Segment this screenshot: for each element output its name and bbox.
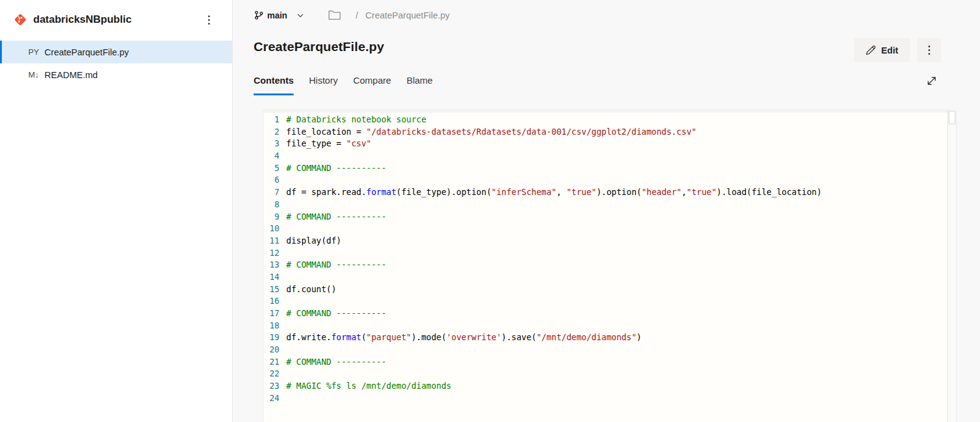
code-text: file_location = "/databricks-datasets/Rd…	[279, 126, 696, 138]
code-line: 17# COMMAND ----------	[263, 308, 956, 320]
code-text	[279, 320, 286, 332]
line-number: 7	[263, 186, 279, 199]
git-branch-icon	[254, 10, 264, 20]
code-line: 10	[263, 223, 956, 235]
vertical-scrollbar[interactable]	[947, 109, 956, 422]
python-file-icon: PY	[28, 47, 39, 57]
tab-contents[interactable]: Contents	[254, 75, 294, 95]
markdown-file-icon: M↓	[28, 70, 39, 79]
line-number: 22	[263, 368, 279, 380]
code-text	[279, 174, 286, 186]
line-number: 5	[263, 162, 279, 175]
code-text: df.write.format("parquet").mode('overwri…	[279, 332, 641, 344]
code-lines: 1# Databricks notebook source2file_locat…	[263, 113, 956, 405]
tab-history[interactable]: History	[309, 75, 338, 95]
code-text: # Databricks notebook source	[279, 114, 427, 126]
code-line: 16	[263, 295, 956, 308]
line-number: 23	[263, 380, 279, 392]
code-line: 20	[263, 344, 956, 356]
tab-compare[interactable]: Compare	[353, 75, 392, 95]
line-number: 1	[263, 114, 279, 126]
code-line: 8	[263, 199, 956, 211]
tabs: ContentsHistoryCompareBlame	[254, 75, 433, 95]
code-line: 4	[263, 150, 956, 162]
line-number: 13	[263, 259, 279, 271]
code-text	[279, 344, 286, 356]
code-line: 18	[263, 320, 956, 332]
code-line: 12	[263, 247, 956, 260]
code-text: file_type = "csv"	[279, 138, 371, 150]
line-number: 18	[263, 320, 279, 332]
code-line: 6	[263, 174, 956, 186]
pencil-icon	[866, 45, 876, 55]
file-list: PYCreateParquetFile.pyM↓README.md	[0, 41, 232, 86]
line-number: 15	[263, 284, 279, 296]
code-line: 11display(df)	[263, 235, 956, 247]
header-actions: Edit	[854, 38, 941, 62]
folder-icon[interactable]	[328, 10, 341, 20]
file-more-button[interactable]	[917, 38, 941, 62]
code-text: df.count()	[279, 284, 336, 296]
code-line: 3file_type = "csv"	[263, 138, 956, 150]
page-title: CreateParquetFile.py	[254, 39, 384, 54]
code-text: # MAGIC %fs ls /mnt/demo/diamonds	[279, 380, 451, 392]
breadcrumb: main / CreateParquetFile.py	[254, 10, 450, 20]
code-text	[279, 295, 286, 308]
line-number: 19	[263, 332, 279, 344]
line-number: 4	[263, 150, 279, 162]
line-number: 3	[263, 138, 279, 150]
edit-button-label: Edit	[882, 46, 898, 55]
code-text: # COMMAND ----------	[279, 162, 387, 175]
line-number: 16	[263, 295, 279, 308]
repo-more-button[interactable]	[200, 11, 217, 28]
code-line: 2file_location = "/databricks-datasets/R…	[263, 126, 956, 138]
branch-selector[interactable]: main	[254, 10, 305, 20]
line-number: 21	[263, 356, 279, 368]
line-number: 24	[263, 392, 279, 405]
code-line: 5# COMMAND ----------	[263, 162, 956, 175]
code-line: 21# COMMAND ----------	[263, 356, 956, 368]
code-line: 22	[263, 368, 956, 380]
code-text: # COMMAND ----------	[279, 211, 387, 223]
code-text	[279, 150, 286, 162]
main-panel: main / CreateParquetFile.py CreateParque…	[233, 0, 980, 422]
repo-name: databricksNBpublic	[33, 14, 200, 26]
line-number: 9	[263, 211, 279, 223]
code-viewer[interactable]: 1# Databricks notebook source2file_locat…	[263, 109, 956, 422]
file-name: README.md	[44, 70, 97, 80]
line-number: 10	[263, 223, 279, 235]
code-text	[279, 392, 286, 405]
line-number: 8	[263, 199, 279, 211]
scrollbar-thumb[interactable]	[949, 111, 955, 124]
tab-blame[interactable]: Blame	[406, 75, 433, 95]
file-row-readme.md[interactable]: M↓README.md	[0, 63, 232, 86]
chevron-down-icon	[296, 11, 305, 20]
code-line: 9# COMMAND ----------	[263, 211, 956, 223]
code-line: 19df.write.format("parquet").mode('overw…	[263, 332, 956, 344]
branch-name: main	[267, 10, 287, 20]
code-line: 14	[263, 271, 956, 284]
breadcrumb-file[interactable]: CreateParquetFile.py	[366, 10, 450, 20]
fullscreen-icon[interactable]	[923, 73, 939, 89]
code-line: 7df = spark.read.format(file_type).optio…	[263, 186, 956, 199]
repo-sidebar: databricksNBpublic PYCreateParquetFile.p…	[0, 0, 233, 422]
code-text	[279, 223, 286, 235]
line-number: 17	[263, 308, 279, 320]
code-text: # COMMAND ----------	[279, 308, 387, 320]
code-text	[279, 199, 286, 211]
breadcrumb-separator: /	[356, 10, 358, 20]
code-text: df = spark.read.format(file_type).option…	[279, 186, 822, 199]
code-line: 24	[263, 392, 956, 405]
edit-button[interactable]: Edit	[854, 38, 910, 62]
repo-header: databricksNBpublic	[0, 0, 232, 28]
code-line: 13# COMMAND ----------	[263, 259, 956, 271]
code-text: display(df)	[279, 235, 341, 247]
git-repo-icon	[14, 13, 27, 26]
line-number: 14	[263, 271, 279, 284]
line-number: 20	[263, 344, 279, 356]
file-row-createparquetfile.py[interactable]: PYCreateParquetFile.py	[0, 41, 232, 63]
code-line: 23# MAGIC %fs ls /mnt/demo/diamonds	[263, 380, 956, 392]
line-number: 6	[263, 174, 279, 186]
code-line: 1# Databricks notebook source	[263, 114, 956, 126]
code-text	[279, 247, 286, 260]
